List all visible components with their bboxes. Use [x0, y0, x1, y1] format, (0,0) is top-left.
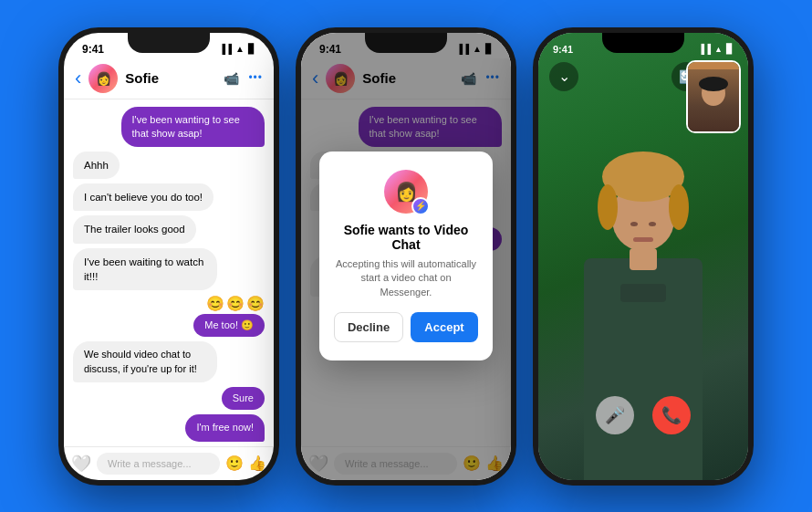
msg-recv-5: We should video chat to discuss, if you'…: [73, 341, 217, 382]
minimize-button[interactable]: ⌄: [549, 62, 578, 91]
heart-icon-1[interactable]: 🤍: [71, 454, 91, 474]
messenger-icon: ⚡: [411, 197, 430, 215]
end-call-icon: 📞: [661, 405, 682, 425]
msg-sure: Sure: [222, 387, 265, 410]
emoji-1: 😊: [206, 295, 224, 312]
end-call-button[interactable]: 📞: [652, 396, 691, 434]
modal-subtitle: Accepting this will automatically start …: [334, 257, 478, 299]
modal-avatar-wrap: 👩 ⚡: [384, 170, 428, 214]
nav-icons-1: 📹 •••: [224, 71, 263, 86]
modal-overlay: 👩 ⚡ Sofie wants to Video Chat Accepting …: [301, 33, 511, 480]
video-status-bar: 9:41 ▐▐ ▲ ▊: [538, 33, 748, 58]
msg-metoo: Me too! 🙂: [193, 314, 265, 337]
mute-button[interactable]: 🎤: [596, 396, 634, 434]
emoji-2: 😊: [226, 295, 245, 312]
nav-avatar-1: 👩: [88, 64, 118, 93]
modal-buttons: Decline Accept: [334, 312, 478, 342]
msg-recv-3: The trailer looks good: [73, 215, 196, 243]
emoji-input-icon-1[interactable]: 🙂: [225, 455, 244, 472]
phone-2: 9:41 ▐▐ ▲ ▊ ‹ 👩 Sofie 📹 •••: [296, 27, 516, 486]
back-button-1[interactable]: ‹: [75, 67, 81, 90]
input-right-1: 🙂 👍: [225, 455, 266, 472]
msg-recv-2: I can't believe you do too!: [73, 183, 213, 211]
more-icon-1[interactable]: •••: [248, 71, 263, 86]
video-chat-modal: 👩 ⚡ Sofie wants to Video Chat Accepting …: [319, 152, 493, 360]
accept-button[interactable]: Accept: [411, 312, 478, 342]
phone-1: 9:41 ▐▐ ▲ ▊ ‹ 👩 Sofie 📹 •••: [58, 27, 279, 486]
status-icons-1: ▐▐ ▲ ▊: [219, 44, 255, 54]
chat-area-1: I've been wanting to see that show asap!…: [64, 99, 274, 446]
modal-title: Sofie wants to Video Chat: [334, 223, 478, 252]
phone-3-screen: 9:41 ▐▐ ▲ ▊ ⌄ 🔄 📹: [538, 33, 748, 480]
nav-name-1: Sofie: [125, 70, 216, 86]
input-bar-1: 🤍 Write a message... 🙂 👍: [64, 446, 274, 480]
emoji-3: 😊: [246, 295, 265, 312]
status-time-1: 9:41: [82, 43, 104, 56]
video-controls: 🎤 📞: [538, 396, 748, 434]
msg-recv-4: I've been waiting to watch it!!!: [73, 248, 217, 290]
phone-3: 9:41 ▐▐ ▲ ▊ ⌄ 🔄 📹: [533, 27, 754, 486]
msg-recv-1: Ahhh: [73, 152, 120, 179]
phone-2-screen: 9:41 ▐▐ ▲ ▊ ‹ 👩 Sofie 📹 •••: [301, 33, 511, 480]
nav-bar-1: ‹ 👩 Sofie 📹 •••: [64, 58, 274, 99]
notch-1: [128, 33, 210, 53]
self-view: [686, 60, 741, 133]
msg-sent-1: I've been wanting to see that show asap!: [121, 107, 265, 148]
phone-1-screen: 9:41 ▐▐ ▲ ▊ ‹ 👩 Sofie 📹 •••: [64, 33, 274, 480]
emoji-row-1: 😊 😊 😊: [206, 295, 265, 312]
self-view-bg: [688, 69, 739, 131]
thumb-icon-1[interactable]: 👍: [248, 455, 266, 472]
msg-free-now-1: I'm free now!: [185, 414, 265, 441]
decline-button[interactable]: Decline: [334, 312, 403, 342]
message-input-1[interactable]: Write a message...: [97, 453, 220, 475]
mic-icon: 🎤: [605, 405, 625, 425]
phones-container: 9:41 ▐▐ ▲ ▊ ‹ 👩 Sofie 📹 •••: [58, 27, 754, 486]
video-status-time: 9:41: [553, 44, 573, 55]
video-call-icon-1[interactable]: 📹: [224, 71, 239, 86]
